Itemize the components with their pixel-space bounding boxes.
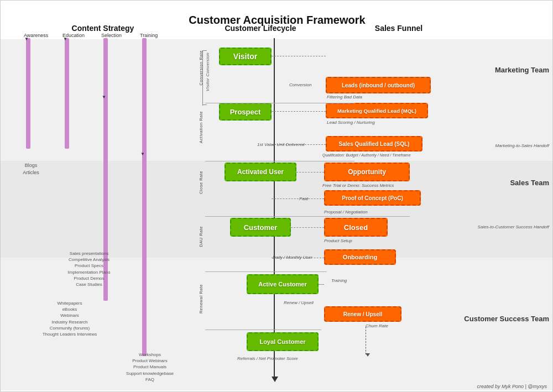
funnel-mql: Marketing Qualified Lead (MQL) <box>326 103 428 118</box>
sep-line-4 <box>205 330 321 330</box>
team-customer-success: Customer Success Team <box>464 315 549 323</box>
lifecycle-active-customer: Active Customer <box>247 274 319 294</box>
rate-dau: DAU Rate <box>199 226 204 247</box>
funnel-opportunity: Opportunity <box>324 163 410 181</box>
bracket-conv-top <box>202 50 207 51</box>
rate-renewal: Renewal Rate <box>199 284 204 313</box>
funnel-leads: Leads (inbound / outbound) <box>326 77 431 93</box>
arrow-selection: ▼ <box>102 95 106 100</box>
label-renew-upsell-text: Renew / Upsell <box>284 300 314 305</box>
arrow-awareness: ▼ <box>24 36 29 41</box>
label-qualification: Qualification: Budget / Authority / Need… <box>322 153 411 157</box>
lifecycle-activated-user: Activated User <box>225 163 296 181</box>
label-daily-monthly: Daily / Monthly User <box>273 255 312 260</box>
lifecycle-visitor: Visitor <box>219 48 272 65</box>
footer: created by Myk Pono | @myxys <box>477 384 547 389</box>
main-vertical-line <box>274 38 275 378</box>
rate-close: Close Rate <box>199 171 204 194</box>
funnel-poc: Proof of Concept (PoC) <box>324 190 421 206</box>
sep-line-2 <box>205 216 410 217</box>
rate-activation: Activation Rate <box>199 111 204 143</box>
label-conversion: Conversion <box>289 82 311 87</box>
label-product-setup: Product Setup <box>324 238 352 243</box>
funnel-renew-upsell: Renew / Upsell <box>324 306 401 322</box>
bar-education <box>65 38 69 149</box>
arrow-education: ▼ <box>63 36 67 41</box>
content-layer: Customer Acquisition Framework Content S… <box>1 1 553 392</box>
churn-arrow <box>366 353 370 357</box>
cs-content-whitepapers: WhitepaperseBooksWebinarsIndustry Resear… <box>36 300 103 337</box>
bar-training <box>142 38 147 356</box>
connector-prospect-mql <box>272 111 326 112</box>
lifecycle-loyal-customer: Loyal Customer <box>247 332 319 351</box>
cs-content-sales-pres: Sales presentationsCompetitive AnalysisP… <box>56 250 122 288</box>
connector-to-poc <box>272 198 324 199</box>
bar-awareness <box>26 38 30 149</box>
col-header-funnel: Sales Funnel <box>343 24 454 33</box>
col-header-lifecycle: Customer Lifecycle <box>205 24 316 33</box>
funnel-sql: Sales Qualified Lead (SQL) <box>326 136 422 151</box>
connector-activated-opp <box>296 172 324 173</box>
team-marketing: Marketing Team <box>495 66 549 74</box>
lifecycle-customer: Customer <box>230 218 291 237</box>
churn-line <box>366 327 366 354</box>
arrow-training: ▼ <box>140 151 145 156</box>
cs-content-workshops: WorkshopsProduct WebinarsProduct Manuals… <box>117 352 183 383</box>
sep-line-1 <box>205 161 354 161</box>
label-filtering: Filtering Bad Data <box>327 95 362 100</box>
handoff-sales-customer: Sales-to-Customer Success Handoff <box>478 224 549 229</box>
label-free-trial: Free Trial or Demo: Success Metrics <box>322 183 394 188</box>
main-container: Customer Acquisition Framework Content S… <box>0 0 553 392</box>
connector-active-renew <box>319 284 324 285</box>
team-sales: Sales Team <box>510 179 549 187</box>
label-proposal: Proposal / Negotiation <box>324 210 368 215</box>
bracket-conv-bot <box>202 104 207 105</box>
cs-col-training: Training <box>140 33 158 38</box>
label-referrals: Referrals / Net Promoter Score <box>237 356 298 361</box>
label-lead-scoring: Lead Scoring / Nurturing <box>327 120 375 125</box>
connector-customer-closed <box>291 227 324 228</box>
lifecycle-prospect: Prospect <box>219 103 272 121</box>
cs-col-selection: Selection <box>101 33 122 38</box>
label-training: Training <box>331 278 347 283</box>
handoff-mktg-sales: Marketing-to-Sales Handoff <box>495 143 549 148</box>
funnel-onboarding: Onboarding <box>324 249 396 265</box>
main-arrow-down <box>272 377 278 382</box>
label-value-unit: 1st Value Unit Delivered <box>257 142 305 147</box>
col-header-content: Content Strategy <box>56 24 150 33</box>
label-churn: Churn Rate <box>366 323 388 328</box>
connector-visitor-leads <box>272 56 326 56</box>
label-paid: Paid <box>299 196 308 201</box>
sep-line-5 <box>205 103 354 103</box>
funnel-closed: Closed <box>324 218 388 237</box>
sep-line-3 <box>205 271 327 272</box>
label-visitor-conversion: Visitor Conversion <box>205 53 210 91</box>
cs-content-blogs: BlogsArticles <box>14 162 48 176</box>
bracket-conv-line <box>202 50 203 106</box>
